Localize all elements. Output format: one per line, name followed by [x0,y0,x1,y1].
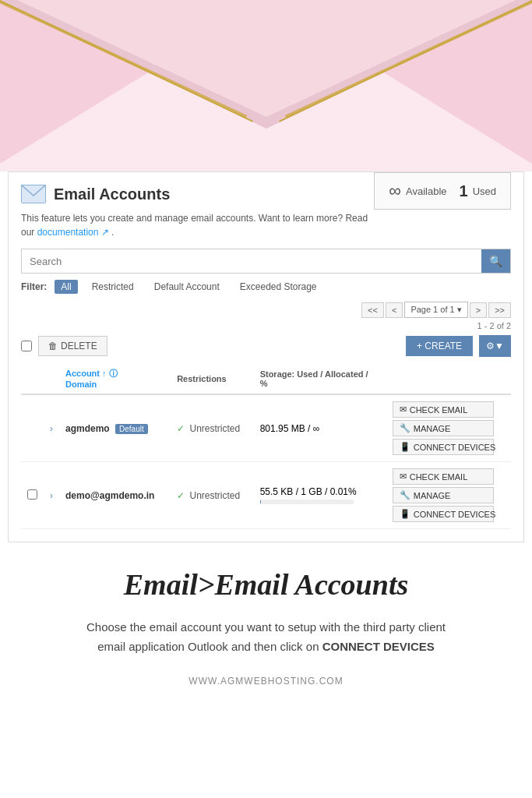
connect-devices-btn-2[interactable]: 📱 CONNECT DEVICES [393,506,494,522]
page-last[interactable]: >> [488,302,511,318]
row2-actions: ✉ CHECK EMAIL 🔧 MANAGE 📱 CONNECT DEVICES [386,462,511,529]
expand-icon-2[interactable]: › [50,490,53,501]
envelope-decoration [0,0,532,171]
table-row: › agmdemo Default ✓ Unrestricted 801.95 … [21,394,511,462]
page-prev[interactable]: < [386,302,403,318]
connect-icon-1: 📱 [400,442,410,452]
create-button[interactable]: + CREATE [406,336,473,356]
delete-label: DELETE [61,341,97,351]
page-current[interactable]: Page 1 of 1 ▾ [404,302,467,318]
filter-restricted[interactable]: Restricted [86,280,140,294]
stats-box: ∞ Available 1 Used [374,172,511,210]
create-label: + CREATE [417,341,462,351]
check-email-btn-1[interactable]: ✉ CHECK EMAIL [393,401,494,418]
select-all-checkbox[interactable] [21,341,32,351]
filter-label: Filter: [21,281,47,292]
available-label: Available [406,185,447,197]
search-row: 🔍 [21,249,511,274]
used-label: Used [473,185,496,197]
cpanel-panel: Email Accounts ∞ Available 1 Used This f… [8,171,524,542]
panel-title: Email Accounts [54,185,170,203]
row1-checkbox [21,394,44,462]
th-storage: Storage: Used / Allocated /% [254,363,386,394]
big-title: Email>Email Accounts [23,567,509,603]
expand-icon[interactable]: › [50,423,53,434]
email-icon [21,185,46,203]
th-actions [386,363,511,394]
row2-restrictions: ✓ Unrestricted [171,462,254,529]
row1-account: agmdemo Default [59,394,171,462]
default-badge: Default [115,424,148,434]
footer-url: WWW.AGMWEBHOSTING.COM [23,676,509,687]
storage-bar-fill [260,500,261,504]
connect-devices-btn-1[interactable]: 📱 CONNECT DEVICES [393,439,494,455]
envelope-v-inner [17,0,516,117]
action-buttons-1: ✉ CHECK EMAIL 🔧 MANAGE 📱 CONNECT DEVICES [393,401,505,455]
row1-actions: ✉ CHECK EMAIL 🔧 MANAGE 📱 CONNECT DEVICES [386,394,511,462]
panel-description: This feature lets you create and manage … [21,211,511,239]
table-body: › agmdemo Default ✓ Unrestricted 801.95 … [21,394,511,529]
documentation-link[interactable]: documentation ↗ [37,227,111,238]
available-stat: ∞ Available [389,181,446,201]
infinity-symbol: ∞ [389,181,401,201]
connect-devices-emphasis: CONNECT DEVICES [322,640,435,653]
filter-exceeded-storage[interactable]: Exceeded Storage [234,280,323,294]
row2-storage: 55.5 KB / 1 GB / 0.01% [254,462,386,529]
action-buttons-2: ✉ CHECK EMAIL 🔧 MANAGE 📱 CONNECT DEVICES [393,468,505,522]
manage-btn-2[interactable]: 🔧 MANAGE [393,487,494,503]
page-range: 1 - 2 of 2 [21,321,511,330]
row2-account: demo@agmdemo.in [59,462,171,529]
search-button[interactable]: 🔍 [481,249,510,273]
manage-icon-1: 🔧 [400,423,410,433]
connect-icon-2: 📱 [400,509,410,519]
row1-restrictions: ✓ Unrestricted [171,394,254,462]
settings-button[interactable]: ⚙ ▼ [479,335,511,357]
filter-all[interactable]: All [55,280,77,294]
storage-bar [260,500,354,504]
th-restrictions: Restrictions [171,363,254,394]
storage-bar-container [260,500,380,504]
page-next[interactable]: > [470,302,487,318]
page-first[interactable]: << [361,302,384,318]
row1-expand[interactable]: › [44,394,59,462]
th-account-domain: Account ↑ ⓘ Domain [59,363,171,394]
used-count: 1 [460,182,468,200]
row2-expand[interactable]: › [44,462,59,529]
manage-icon-2: 🔧 [400,490,410,500]
trash-icon: 🗑 [48,341,58,351]
check-icon-2: ✓ [177,490,185,501]
th-checkbox [21,363,44,394]
filter-default-account[interactable]: Default Account [148,280,226,294]
check-icon: ✓ [177,423,185,434]
th-expand [44,363,59,394]
table-header: Account ↑ ⓘ Domain Restrictions Storage:… [21,363,511,394]
check-email-btn-2[interactable]: ✉ CHECK EMAIL [393,468,494,485]
check-email-icon-1: ✉ [400,404,407,415]
bottom-section: Email>Email Accounts Choose the email ac… [0,542,532,702]
check-email-icon-2: ✉ [400,471,407,482]
search-input[interactable] [22,250,481,273]
used-stat: 1 Used [460,182,496,200]
bottom-description: Choose the email account you want to set… [72,617,461,657]
row2-cb[interactable] [27,489,37,500]
row1-storage: 801.95 MB / ∞ [254,394,386,462]
manage-btn-1[interactable]: 🔧 MANAGE [393,420,494,436]
accounts-table: Account ↑ ⓘ Domain Restrictions Storage:… [21,363,511,529]
delete-button[interactable]: 🗑 DELETE [38,336,107,356]
toolbar-row: 🗑 DELETE + CREATE ⚙ ▼ [21,335,511,357]
pagination-row: << < Page 1 of 1 ▾ > >> [21,302,511,318]
table-row: › demo@agmdemo.in ✓ Unrestricted 55.5 KB… [21,462,511,529]
row2-checkbox[interactable] [21,462,44,529]
filter-row: Filter: All Restricted Default Account E… [21,280,511,294]
